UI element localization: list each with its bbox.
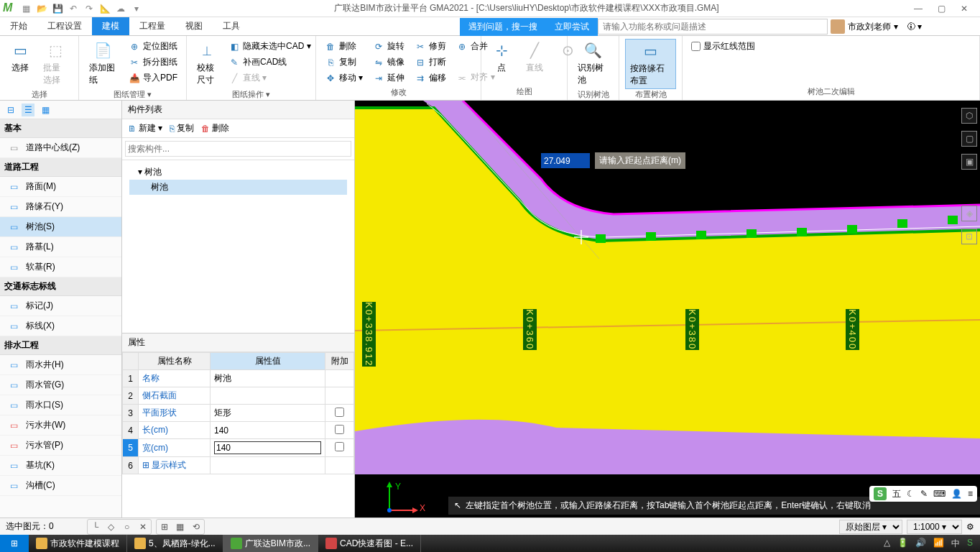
category-item[interactable]: ▭标记(J) xyxy=(0,296,121,316)
straight-line-button[interactable]: ╱直线 xyxy=(520,39,549,75)
category-group[interactable]: 交通标志标线 xyxy=(0,277,121,296)
view-3d-icon[interactable]: ⬡ xyxy=(961,108,977,124)
category-item[interactable]: ▭路面(M) xyxy=(0,177,121,197)
import-pdf-button[interactable]: 📥导入PDF xyxy=(126,70,180,86)
distance-value-input[interactable] xyxy=(540,152,591,169)
menu-开始[interactable]: 开始 xyxy=(0,17,37,35)
category-group[interactable]: 道路工程 xyxy=(0,158,121,177)
line-button[interactable]: ╱直线 ▾ xyxy=(226,70,314,86)
notifications-icon[interactable]: 🛈 ▾ xyxy=(907,22,922,32)
category-item[interactable]: ▭路基(L) xyxy=(0,237,121,257)
qat-open-icon[interactable]: 📂 xyxy=(36,3,47,14)
category-item[interactable]: ▭软基(R) xyxy=(0,257,121,277)
view-top-icon[interactable]: ▣ xyxy=(961,154,977,170)
tray-ime-icon[interactable]: 中 xyxy=(951,538,960,550)
tray-volume-icon[interactable]: 🔊 xyxy=(915,538,926,550)
category-item[interactable]: ▭污水管(P) xyxy=(0,436,121,456)
view-fit-icon[interactable]: ⊡ xyxy=(961,229,977,244)
property-row[interactable]: 4长(cm)140 xyxy=(123,422,354,439)
tray-network-icon[interactable]: 📶 xyxy=(933,538,944,550)
settings-icon[interactable]: ⚙ xyxy=(966,522,974,532)
property-row[interactable]: 2侧石截面 xyxy=(123,387,354,405)
grid-icon[interactable]: ▦ xyxy=(173,520,188,533)
add-drawing-button[interactable]: 📄添加图纸 xyxy=(85,39,121,88)
check-size-button[interactable]: ⟂校核尺寸 xyxy=(193,39,221,88)
menu-工程量[interactable]: 工程量 xyxy=(129,17,175,35)
copy-component-button[interactable]: ⎘复制 xyxy=(170,122,194,134)
supplement-cad-line-button[interactable]: ✎补画CAD线 xyxy=(226,55,314,70)
snap-perp-icon[interactable]: ✕ xyxy=(136,520,150,533)
menu-工程设置[interactable]: 工程设置 xyxy=(37,17,92,35)
show-redline-checkbox[interactable]: 显示红线范围 xyxy=(688,39,758,54)
taskbar-item[interactable]: 广联达BIM市政... xyxy=(223,535,318,552)
tree-item-treepit[interactable]: 树池 xyxy=(129,180,347,195)
category-item[interactable]: ▭树池(S) xyxy=(0,217,121,237)
start-button[interactable]: ⊞ xyxy=(0,535,29,552)
tray-sogou-icon[interactable]: S xyxy=(967,538,973,550)
view-icon-1[interactable]: ⊟ xyxy=(4,104,17,116)
maximize-icon[interactable]: ▢ xyxy=(934,4,948,14)
extend-button[interactable]: ⇥延伸 xyxy=(370,70,407,86)
category-group[interactable]: 基本 xyxy=(0,119,121,138)
snap-center-icon[interactable]: ○ xyxy=(120,520,134,533)
snap-mid-icon[interactable]: ◇ xyxy=(104,520,119,533)
hide-unselected-cad-button[interactable]: ◧隐藏未选中CAD ▾ xyxy=(226,39,314,54)
model-canvas[interactable]: K0+338.912 K0+360 K0+380 K0+400 请输入距起点距离… xyxy=(355,101,980,518)
batch-select-button[interactable]: ⬚批量选择 xyxy=(39,39,73,88)
rotate-button[interactable]: ⟳旋转 xyxy=(370,39,407,54)
view-icon-list[interactable]: ☰ xyxy=(22,104,34,116)
qat-save-icon[interactable]: 💾 xyxy=(52,3,63,14)
trim-button[interactable]: ✂修剪 xyxy=(412,39,449,54)
snap-endpoint-icon[interactable]: └ xyxy=(88,520,103,533)
category-item[interactable]: ▭雨水管(G) xyxy=(0,375,121,395)
qat-more-icon[interactable]: ▾ xyxy=(131,3,142,14)
category-item[interactable]: ▭标线(X) xyxy=(0,316,121,336)
arrange-by-kerb-button[interactable]: ▭按路缘石布置 xyxy=(625,39,676,89)
function-search-input[interactable] xyxy=(598,19,828,34)
layer-select[interactable]: 原始图层 ▾ xyxy=(839,520,902,534)
component-search-input[interactable] xyxy=(125,141,351,157)
point-button[interactable]: ⊹点 xyxy=(487,39,516,75)
category-item[interactable]: ▭雨水口(S) xyxy=(0,395,121,415)
ribbon-group-cad-ops[interactable]: 图纸操作 ▾ xyxy=(193,88,310,100)
menu-视图[interactable]: 视图 xyxy=(175,17,213,35)
property-row[interactable]: 6⊞ 显示样式 xyxy=(123,457,354,474)
user-name[interactable]: 市政刘老师 xyxy=(848,21,891,33)
break-button[interactable]: ⊟打断 xyxy=(412,55,449,70)
taskbar-item[interactable]: 市政软件建模课程 xyxy=(29,535,127,552)
ime-toolbar[interactable]: S 五 ☾ ✎ ⌨ 👤 ≡ xyxy=(869,486,977,502)
promo-try-button[interactable]: 立即尝试 xyxy=(546,18,598,36)
offset-button[interactable]: ⇉偏移 xyxy=(412,70,449,86)
close-icon[interactable]: ✕ xyxy=(957,4,971,14)
category-item[interactable]: ▭沟槽(C) xyxy=(0,476,121,496)
view-iso-icon[interactable]: ◈ xyxy=(961,206,977,221)
category-item[interactable]: ▭雨水井(H) xyxy=(0,355,121,375)
category-group[interactable]: 排水工程 xyxy=(0,336,121,355)
property-value-input[interactable] xyxy=(214,441,321,454)
tray-up-icon[interactable]: △ xyxy=(884,538,890,550)
view-front-icon[interactable]: ▢ xyxy=(961,131,977,147)
property-row[interactable]: 1名称树池 xyxy=(123,370,354,387)
recognize-treepit-button[interactable]: 🔍识别树池 xyxy=(573,39,613,88)
delete-component-button[interactable]: 🗑删除 xyxy=(201,122,229,134)
sogou-logo-icon[interactable]: S xyxy=(874,487,887,500)
mirror-button[interactable]: ⇋镜像 xyxy=(370,55,407,70)
ribbon-group-drawing[interactable]: 图纸管理 ▾ xyxy=(85,88,180,100)
select-button[interactable]: ▭选择 xyxy=(6,39,34,75)
move-button[interactable]: ✥移动 ▾ xyxy=(322,70,366,86)
tree-root-treepit[interactable]: ▾ 树池 xyxy=(129,165,347,180)
category-item[interactable]: ▭路缘石(Y) xyxy=(0,197,121,217)
minimize-icon[interactable]: — xyxy=(911,4,925,14)
menu-建模[interactable]: 建模 xyxy=(92,17,129,35)
property-row[interactable]: 5宽(cm) xyxy=(123,439,354,457)
property-row[interactable]: 3平面形状矩形 xyxy=(123,405,354,422)
category-item[interactable]: ▭基坑(K) xyxy=(0,456,121,476)
copy-button[interactable]: ⎘复制 xyxy=(322,55,366,70)
user-avatar[interactable] xyxy=(831,19,845,34)
taskbar-item[interactable]: CAD快速看图 - E... xyxy=(318,535,421,552)
qat-redo-icon[interactable]: ↷ xyxy=(83,3,95,14)
user-dropdown-icon[interactable]: ▾ xyxy=(894,22,898,32)
qat-undo-icon[interactable]: ↶ xyxy=(68,3,79,14)
taskbar-item[interactable]: 5、凤栖路-绿化... xyxy=(127,535,223,552)
polar-icon[interactable]: ⟲ xyxy=(189,520,203,533)
